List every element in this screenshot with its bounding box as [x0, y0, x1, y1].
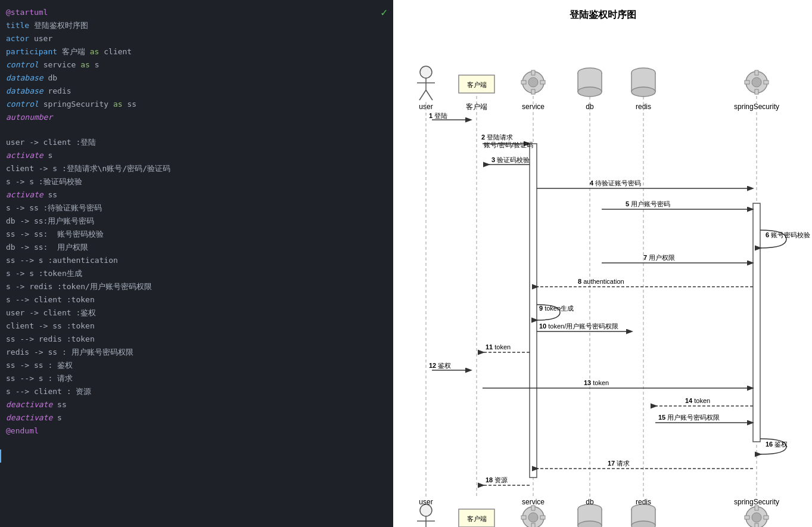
code-line: database redis [0, 85, 393, 98]
svg-text:客户端: 客户端 [467, 81, 487, 88]
svg-rect-12 [531, 89, 535, 94]
code-line: user -> client :登陆 [0, 136, 393, 149]
code-line: ss -> ss: 账号密码校验 [0, 228, 393, 241]
svg-rect-107 [755, 523, 758, 527]
svg-point-29 [752, 78, 761, 87]
svg-rect-11 [531, 70, 535, 75]
check-icon: ✓ [381, 6, 387, 18]
svg-point-0 [420, 66, 432, 78]
svg-point-26 [631, 87, 655, 97]
code-line: s -> redis :token/用户账号密码权限 [0, 280, 393, 293]
code-line: @startuml [0, 6, 393, 19]
svg-text:5 用户账号密码: 5 用户账号密码 [626, 200, 670, 207]
svg-rect-42 [753, 203, 760, 442]
diagram-panel: 登陆鉴权时序图 user 客户端 客户端 [393, 0, 812, 527]
svg-text:15 用户账号密码权限: 15 用户账号密码权限 [658, 414, 720, 421]
svg-text:17 请求: 17 请求 [608, 460, 630, 467]
code-line: ss -> ss : 鉴权 [0, 359, 393, 372]
code-line: ss --> s :authentication [0, 254, 393, 267]
svg-rect-109 [764, 516, 769, 519]
code-line: client -> ss :token [0, 320, 393, 333]
svg-text:10 token/用户账号密码权限: 10 token/用户账号密码权限 [539, 323, 618, 330]
svg-point-96 [578, 521, 602, 527]
svg-point-86 [528, 513, 538, 522]
svg-text:14 token: 14 token [685, 397, 710, 404]
svg-text:4 待验证账号密码: 4 待验证账号密码 [590, 179, 641, 187]
svg-text:13 token: 13 token [584, 379, 609, 386]
svg-text:12 鉴权: 12 鉴权 [429, 362, 451, 369]
code-line: ss --> redis :token [0, 333, 393, 346]
svg-text:7 用户权限: 7 用户权限 [643, 254, 675, 261]
code-line: autonumber [0, 111, 393, 124]
code-line: s -> ss :待验证账号密码 [0, 202, 393, 215]
sequence-diagram-svg: user 客户端 客户端 service db [393, 27, 810, 527]
code-line: control service as s [0, 58, 393, 72]
svg-rect-33 [764, 80, 769, 84]
svg-text:redis: redis [636, 498, 651, 506]
svg-rect-89 [521, 516, 526, 519]
svg-text:11 token: 11 token [486, 343, 511, 351]
svg-rect-88 [531, 523, 535, 527]
svg-rect-106 [755, 506, 758, 510]
svg-point-20 [578, 87, 602, 97]
svg-text:service: service [522, 498, 545, 506]
svg-text:账号/密码/验证码: 账号/密码/验证码 [484, 141, 533, 148]
svg-rect-32 [745, 80, 749, 84]
svg-text:8 authentication: 8 authentication [578, 278, 624, 285]
svg-text:16 鉴权: 16 鉴权 [766, 441, 788, 448]
svg-text:2 登陆请求: 2 登陆请求 [481, 134, 513, 141]
svg-rect-30 [755, 70, 758, 75]
svg-text:9 token生成: 9 token生成 [539, 305, 574, 312]
code-line: deactivate ss [0, 398, 393, 411]
svg-point-102 [631, 521, 655, 527]
code-line: s --> client : 资源 [0, 385, 393, 398]
code-line [0, 124, 393, 136]
code-line: database db [0, 72, 393, 85]
code-line: @enduml [0, 424, 393, 438]
svg-point-77 [420, 504, 432, 516]
svg-text:1 登陆: 1 登陆 [429, 112, 447, 119]
svg-rect-87 [531, 506, 535, 510]
cursor-line[interactable] [0, 450, 393, 463]
code-line: db -> ss:用户账号密码 [0, 215, 393, 228]
code-line: s -> s :token生成 [0, 267, 393, 280]
code-line [0, 438, 393, 450]
svg-rect-108 [745, 516, 749, 519]
code-line: s -> s :验证码校验 [0, 175, 393, 188]
diagram-container: user 客户端 客户端 service db [393, 27, 810, 527]
svg-text:6 账号密码校验: 6 账号密码校验 [766, 231, 810, 238]
svg-text:springSecurity: springSecurity [734, 498, 779, 506]
code-line: s --> client :token [0, 293, 393, 306]
svg-rect-90 [540, 516, 545, 519]
svg-point-105 [752, 513, 761, 522]
svg-rect-14 [540, 80, 545, 84]
svg-point-10 [528, 78, 538, 87]
code-line: participant 客户端 as client [0, 45, 393, 58]
svg-rect-31 [755, 89, 758, 94]
code-line: title 登陆鉴权时序图 [0, 19, 393, 32]
code-line: redis -> ss : 用户账号密码权限 [0, 346, 393, 359]
code-line: client -> s :登陆请求\n账号/密码/验证码 [0, 162, 393, 175]
svg-text:客户端: 客户端 [467, 515, 487, 522]
code-line: ss --> s : 请求 [0, 372, 393, 385]
diagram-title: 登陆鉴权时序图 [393, 0, 812, 27]
code-line: activate ss [0, 188, 393, 202]
svg-line-3 [419, 90, 426, 100]
svg-text:3 验证码校验: 3 验证码校验 [491, 156, 530, 163]
svg-line-4 [426, 90, 433, 100]
svg-text:db: db [586, 498, 594, 506]
svg-rect-41 [530, 144, 537, 478]
svg-rect-13 [521, 80, 526, 84]
code-line: deactivate s [0, 411, 393, 424]
code-editor[interactable]: ✓ @startuml title 登陆鉴权时序图 actor user par… [0, 0, 393, 527]
code-line: user -> client :鉴权 [0, 306, 393, 320]
code-line: db -> ss: 用户权限 [0, 241, 393, 254]
svg-text:user: user [419, 498, 433, 506]
code-line: actor user [0, 32, 393, 45]
svg-text:18 资源: 18 资源 [486, 476, 508, 483]
code-line: control springSecurity as ss [0, 98, 393, 111]
code-line: activate s [0, 149, 393, 162]
